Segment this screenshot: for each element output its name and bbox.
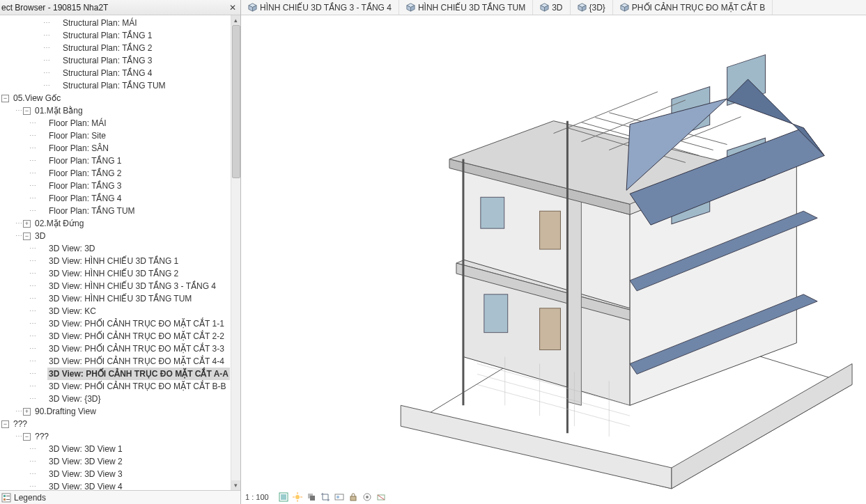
tree-guide-icon: ⋯ [29,330,36,342]
tree-guide-icon: ⋯ [29,443,36,455]
temp-hide-icon[interactable] [376,492,386,502]
tree-item-label: 3D View: 3D View 4 [47,480,124,490]
collapse-icon[interactable]: − [1,420,9,428]
tree-item[interactable]: ⋯Floor Plan: TẦNG 3 [0,180,231,192]
tree-item[interactable]: ⋯3D View: KC [0,305,231,317]
tree-item[interactable]: ⋯−3D [0,230,231,242]
collapse-icon[interactable]: − [23,107,31,115]
tree-item[interactable]: ⋯Floor Plan: TẦNG 2 [0,167,231,180]
svg-rect-2 [3,498,6,501]
tree-item-label: 02.Mặt Đứng [33,217,85,230]
collapse-icon[interactable]: − [23,433,31,441]
expand-icon[interactable]: + [23,408,31,416]
tree-item-label: ??? [33,430,50,443]
tree-guide-icon: ⋯ [29,155,36,167]
view-tab-label: HÌNH CHIẾU 3D TẦNG 3 - TẦNG 4 [260,3,392,13]
tree-item[interactable]: ⋯3D View: 3D View 1 [0,443,231,455]
tree-item[interactable]: ⋯3D View: 3D View 2 [0,455,231,468]
cube-icon [578,3,587,12]
view-tab[interactable]: HÌNH CHIẾU 3D TẦNG TUM [399,0,533,15]
tree-item[interactable]: ⋯3D View: PHỐI CẢNH TRỤC ĐO MẶT CẮT 2-2 [0,330,231,342]
tree-item[interactable]: ⋯−01.Mặt Bằng [0,104,231,117]
tree-item[interactable]: ⋯3D View: HÌNH CHIẾU 3D TẦNG 2 [0,267,231,280]
tree-item[interactable]: ⋯Structural Plan: TẦNG TUM [0,79,231,92]
tree-item[interactable]: ⋯Structural Plan: TẦNG 2 [0,42,231,54]
tree-item[interactable]: ⋯3D View: 3D [0,242,231,255]
tree-item[interactable]: ⋯3D View: 3D View 3 [0,468,231,480]
tree-item-label: 3D View: PHỐI CẢNH TRỤC ĐO MẶT CẮT B-B [47,380,227,393]
tree-item[interactable]: ⋯Floor Plan: SÂN [0,142,231,155]
tree-item-label: 3D View: 3D View 2 [47,455,124,468]
collapse-icon[interactable]: − [1,95,9,102]
scrollbar[interactable]: ▴ ▾ [231,15,240,490]
tree-item[interactable]: ⋯Floor Plan: MÁI [0,117,231,129]
expand-icon[interactable]: + [23,220,31,228]
tree-item[interactable]: ⋯3D View: PHỐI CẢNH TRỤC ĐO MẶT CẮT 3-3 [0,342,231,355]
tree-item[interactable]: ⋯Floor Plan: TẦNG TUM [0,205,231,217]
tree-item[interactable]: −??? [0,418,231,430]
reveal-icon[interactable] [362,492,372,502]
tree-item[interactable]: ⋯Structural Plan: TẦNG 4 [0,67,231,79]
tree-item[interactable]: ⋯3D View: PHỐI CẢNH TRỤC ĐO MẶT CẮT 4-4 [0,355,231,368]
tree-guide-icon: ⋯ [29,368,36,380]
tree-item[interactable]: ⋯Structural Plan: TẦNG 3 [0,54,231,67]
view-tab[interactable]: {3D} [571,0,613,15]
tree-item-label: 3D View: KC [47,305,98,317]
tree-item[interactable]: ⋯3D View: 3D View 4 [0,480,231,490]
tree-item[interactable]: ⋯3D View: PHỐI CẢNH TRỤC ĐO MẶT CẮT 1-1 [0,317,231,330]
crop-icon[interactable] [320,492,330,502]
tree-item-label: Floor Plan: MÁI [47,117,108,129]
view-tabs: HÌNH CHIẾU 3D TẦNG 3 - TẦNG 4HÌNH CHIẾU … [241,0,866,15]
lock-icon[interactable] [348,492,358,502]
sidebar-footer[interactable]: Legends [0,490,240,504]
cube-icon [248,3,257,12]
tree-item[interactable]: ⋯−??? [0,430,231,443]
shadows-icon[interactable] [307,492,316,502]
view-tab-label: {3D} [589,3,605,13]
scroll-thumb[interactable] [232,25,240,178]
project-browser-panel: ect Browser - 190815 Nha2T ✕ ⋯Structural… [0,0,241,504]
tree-item[interactable]: ⋯Floor Plan: TẦNG 4 [0,192,231,205]
tree-item[interactable]: ⋯3D View: PHỐI CẢNH TRỤC ĐO MẶT CẮT B-B [0,380,231,393]
scroll-up-icon[interactable]: ▴ [231,15,240,25]
svg-rect-63 [281,494,286,500]
tree-item[interactable]: ⋯3D View: HÌNH CHIẾU 3D TẦNG TUM [0,292,231,305]
tree-item[interactable]: −05.View Gốc [0,92,231,104]
panel-header[interactable]: ect Browser - 190815 Nha2T ✕ [0,0,240,15]
tree-scroll[interactable]: ⋯Structural Plan: MÁI⋯Structural Plan: T… [0,15,240,490]
sun-path-icon[interactable] [293,492,302,502]
scale-label[interactable]: 1 : 100 [245,493,269,501]
close-icon[interactable]: ✕ [228,3,238,13]
panel-title: ect Browser - 190815 Nha2T [1,3,228,13]
tree-item[interactable]: ⋯3D View: {3D} [0,393,231,405]
tree-item-label: Structural Plan: TẦNG 3 [61,54,154,67]
render-icon[interactable] [334,492,344,502]
scroll-down-icon[interactable]: ▾ [231,480,240,490]
tree-item[interactable]: ⋯3D View: PHỐI CẢNH TRỤC ĐO MẶT CẮT A-A [0,368,231,380]
view-tab[interactable]: 3D [533,0,570,15]
tree-guide-icon: ⋯ [29,255,36,267]
svg-rect-34 [540,211,561,249]
tree-item[interactable]: ⋯3D View: HÌNH CHIẾU 3D TẦNG 1 [0,255,231,267]
cube-icon [620,3,629,12]
tree-guide-icon: ⋯ [29,167,36,180]
tree-item[interactable]: ⋯Structural Plan: MÁI [0,17,231,29]
tree-item-label: 3D [33,230,47,242]
view-tab[interactable]: PHỐI CẢNH TRỤC ĐO MẶT CẮT B [613,0,773,15]
tree-item[interactable]: ⋯3D View: HÌNH CHIẾU 3D TẦNG 3 - TẦNG 4 [0,280,231,292]
svg-rect-0 [2,494,10,502]
tree-item-label: 3D View: PHỐI CẢNH TRỤC ĐO MẶT CẮT 2-2 [47,330,226,342]
tree-item[interactable]: ⋯Floor Plan: Site [0,129,231,142]
legends-icon [1,493,11,503]
tree-item[interactable]: ⋯+90.Drafting View [0,405,231,418]
collapse-icon[interactable]: − [23,233,31,240]
tree-item-label: Structural Plan: TẦNG 2 [61,42,154,54]
view-tab[interactable]: HÌNH CHIẾU 3D TẦNG 3 - TẦNG 4 [241,0,399,15]
tree-item[interactable]: ⋯Structural Plan: TẦNG 1 [0,29,231,42]
viewport-3d[interactable]: 1 : 100 [241,15,866,504]
tree-item[interactable]: ⋯Floor Plan: TẦNG 1 [0,155,231,167]
tree-item[interactable]: ⋯+02.Mặt Đứng [0,217,231,230]
tree-guide-icon: ⋯ [15,430,22,443]
tree-guide-icon: ⋯ [29,380,36,393]
visual-style-icon[interactable] [279,492,288,502]
